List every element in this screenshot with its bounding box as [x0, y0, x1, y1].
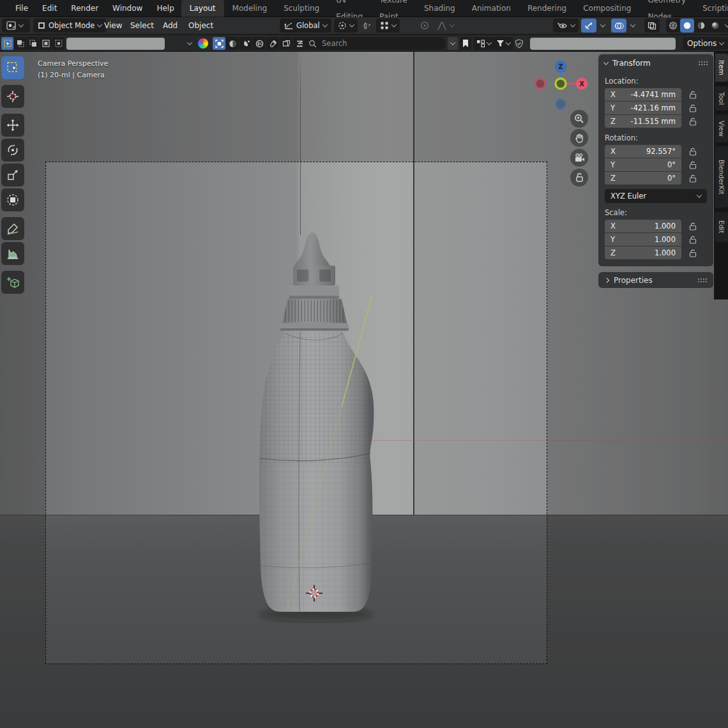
3d-viewport[interactable]: Camera Perspective (1) 20-ml | Camera — [0, 52, 728, 728]
properties-panel-header[interactable]: Properties — [598, 272, 713, 288]
verification-status-button[interactable] — [513, 37, 526, 50]
tool-measure[interactable] — [1, 242, 24, 265]
search-input[interactable] — [321, 38, 429, 49]
lock-icon[interactable] — [689, 236, 697, 244]
sidebar-tab-view[interactable]: View — [715, 114, 728, 142]
tool-add-cube[interactable] — [1, 271, 24, 294]
tab-sculpting[interactable]: Sculpting — [275, 0, 328, 17]
transform-panel-header[interactable]: Transform — [598, 54, 713, 72]
rotation-x-field[interactable]: X 92.557° — [605, 145, 681, 158]
blenderkit-logo-icon[interactable] — [198, 38, 208, 49]
assetbar-expand-icon[interactable] — [187, 40, 192, 45]
location-y-field[interactable]: Y -421.16 mm — [605, 102, 681, 114]
filter-dropdown[interactable] — [493, 37, 513, 50]
sidebar-tab-edit[interactable]: Edit — [715, 212, 728, 242]
tool-transform[interactable] — [1, 188, 24, 211]
show-object-types-select[interactable] — [553, 19, 579, 33]
location-z-field[interactable]: Z -11.515 mm — [605, 115, 681, 128]
select-mode-invert-button[interactable] — [40, 37, 52, 50]
tab-rendering[interactable]: Rendering — [519, 0, 575, 17]
camera-view-button[interactable] — [570, 149, 588, 167]
options-dropdown[interactable]: Options — [683, 37, 728, 50]
asset-category-scene-button[interactable] — [280, 37, 292, 50]
shading-solid-button[interactable] — [680, 19, 694, 33]
tool-header-field[interactable] — [66, 38, 165, 50]
asset-category-hdr-button[interactable] — [253, 37, 266, 50]
tool-annotate[interactable] — [1, 217, 24, 240]
rotation-y-field[interactable]: Y 0° — [605, 158, 681, 171]
rotation-z-field[interactable]: Z 0° — [605, 172, 681, 185]
lock-icon[interactable] — [689, 174, 697, 183]
asset-category-material-button[interactable] — [226, 37, 239, 50]
tool-header-field-2[interactable] — [530, 38, 676, 50]
tool-cursor[interactable] — [1, 85, 24, 108]
shading-rendered-button[interactable] — [708, 19, 722, 33]
lock-icon[interactable] — [689, 104, 697, 112]
zoom-button[interactable] — [570, 110, 588, 128]
lock-icon[interactable] — [689, 118, 697, 126]
gizmo-center-y-ring[interactable] — [556, 79, 566, 89]
tool-move[interactable] — [1, 114, 24, 137]
menu-file[interactable]: File — [8, 0, 35, 17]
scale-y-field[interactable]: Y 1.000 — [605, 233, 681, 246]
select-mode-intersect-button[interactable] — [52, 37, 64, 50]
tab-shading[interactable]: Shading — [416, 0, 464, 17]
drag-handle[interactable] — [697, 278, 707, 283]
shading-material-button[interactable] — [694, 19, 708, 33]
bookmarks-button[interactable] — [460, 37, 471, 50]
menu-render[interactable]: Render — [64, 0, 105, 17]
sidebar-tab-tool[interactable]: Tool — [715, 86, 728, 110]
sidebar-tab-item[interactable]: Item — [715, 54, 728, 82]
scale-x-field[interactable]: X 1.000 — [605, 220, 681, 232]
editor-type-button[interactable] — [2, 19, 30, 33]
menu-help[interactable]: Help — [149, 0, 181, 17]
navigation-gizmo[interactable]: Z X — [530, 57, 594, 114]
lock-icon[interactable] — [689, 161, 697, 169]
tab-compositing[interactable]: Compositing — [575, 0, 639, 17]
overlays-toggle[interactable] — [611, 19, 626, 33]
menu-select[interactable]: Select — [130, 17, 154, 34]
lock-icon[interactable] — [689, 249, 697, 257]
rotation-mode-select[interactable]: XYZ Euler — [605, 189, 707, 203]
menu-add[interactable]: Add — [163, 17, 178, 34]
lock-icon[interactable] — [689, 222, 697, 231]
transform-orientation-select[interactable]: Global — [280, 19, 331, 33]
categories-dropdown[interactable] — [473, 37, 494, 50]
asset-category-model-button[interactable] — [213, 37, 225, 50]
toggle-xray-button[interactable] — [644, 19, 660, 33]
lock-view-button[interactable] — [570, 169, 588, 186]
proportional-editing-toggle[interactable] — [418, 19, 432, 33]
pivot-point-select[interactable] — [334, 19, 358, 33]
menu-edit[interactable]: Edit — [35, 0, 64, 17]
sidebar-tab-blenderkit[interactable]: BlenderKit — [715, 146, 728, 208]
gizmo-axis-z-neg-ball[interactable] — [556, 100, 566, 109]
lock-icon[interactable] — [689, 148, 697, 156]
snap-toggle[interactable] — [360, 19, 374, 33]
tool-select-box[interactable] — [1, 56, 24, 79]
gizmos-toggle[interactable] — [581, 19, 596, 33]
tab-scripting[interactable]: Scripting — [694, 0, 728, 17]
drag-handle[interactable] — [698, 61, 708, 66]
gizmo-axis-x-neg-ball[interactable] — [536, 79, 545, 89]
asset-category-paint-button[interactable] — [266, 37, 279, 50]
overlays-dropdown[interactable] — [628, 19, 637, 33]
tool-scale[interactable] — [1, 163, 24, 186]
tab-layout[interactable]: Layout — [181, 0, 224, 17]
asset-category-brush-button[interactable] — [239, 37, 252, 50]
shading-dropdown[interactable] — [722, 19, 728, 33]
select-mode-extend-button[interactable] — [14, 37, 26, 50]
shading-wireframe-button[interactable] — [666, 19, 680, 33]
tool-rotate[interactable] — [1, 139, 24, 162]
select-mode-set-button[interactable] — [1, 37, 13, 50]
gizmos-dropdown[interactable] — [598, 19, 607, 33]
lock-icon[interactable] — [689, 91, 697, 99]
select-mode-subtract-button[interactable] — [27, 37, 39, 50]
menu-window[interactable]: Window — [105, 0, 149, 17]
proportional-falloff-select[interactable] — [433, 19, 458, 33]
asset-search-box[interactable] — [303, 37, 446, 50]
location-x-field[interactable]: X -4.4741 mm — [605, 88, 681, 101]
pan-button[interactable] — [570, 129, 588, 147]
menu-view[interactable]: View — [104, 17, 122, 34]
tab-modeling[interactable]: Modeling — [224, 0, 276, 17]
search-history-dropdown[interactable] — [448, 37, 458, 50]
